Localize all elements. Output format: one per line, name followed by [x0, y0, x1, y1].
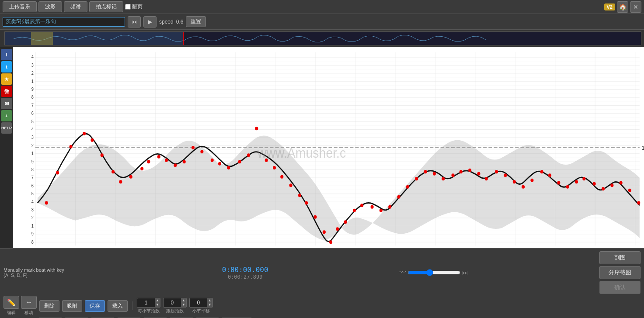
svg-point-137	[313, 215, 317, 219]
svg-point-147	[397, 195, 400, 199]
bar-shift-input[interactable]: ▲ ▼	[189, 298, 213, 308]
beats-per-bar-field[interactable]	[137, 300, 155, 306]
svg-point-119	[157, 155, 160, 159]
svg-point-173	[628, 189, 631, 192]
svg-text:6: 6	[31, 111, 34, 116]
help-icon[interactable]: HELP	[1, 122, 12, 134]
svg-text:41: 41	[353, 248, 358, 248]
social-panel: f t ★ 微 ✉ + HELP	[0, 47, 13, 248]
svg-point-143	[360, 204, 363, 207]
upload-music-btn[interactable]: 上传音乐	[3, 1, 37, 12]
svg-text:6: 6	[74, 248, 77, 248]
svg-point-154	[460, 170, 463, 173]
bar-shift-group: ▲ ▼ 小节平移	[189, 298, 213, 314]
svg-text:2: 2	[31, 71, 34, 76]
svg-point-165	[557, 181, 560, 184]
beats-per-bar-up[interactable]: ▲	[155, 298, 160, 303]
svg-point-139	[329, 240, 332, 244]
chart-area[interactable]: 4 3 2 1 9 8 7 6 5 4 3 2 1 9 8 7 6 5 4 3	[13, 47, 644, 248]
split-btn[interactable]: 分序截图	[599, 266, 641, 279]
beat-spacing-down[interactable]: ▼	[181, 303, 186, 307]
svg-text:46: 46	[393, 248, 397, 248]
svg-point-135	[298, 194, 301, 197]
svg-point-113	[101, 153, 104, 157]
load-btn[interactable]: 载入	[108, 300, 128, 312]
beat-spacing-up[interactable]: ▲	[181, 298, 186, 303]
svg-text:4: 4	[31, 199, 34, 204]
mail-icon[interactable]: ✉	[1, 98, 12, 109]
v2-badge: V2	[604, 3, 615, 10]
manual-mark-text: Manually mark beat with key	[3, 267, 91, 273]
save-btn[interactable]: 保存	[85, 300, 105, 312]
svg-point-144	[371, 205, 374, 209]
bottom-row-1: Manually mark beat with key (A, S, D, F)…	[3, 251, 641, 294]
svg-text:26: 26	[233, 248, 237, 248]
waveform-btn[interactable]: 波形	[38, 1, 62, 12]
svg-point-159	[504, 173, 507, 177]
svg-point-140	[336, 227, 339, 231]
svg-point-172	[620, 181, 623, 184]
chart-wrapper: f t ★ 微 ✉ + HELP	[0, 47, 644, 248]
confirm-btn[interactable]: 确认	[599, 281, 641, 294]
waveform-bar	[0, 30, 644, 47]
frequency-btn[interactable]: 频谱	[64, 1, 87, 12]
svg-point-114	[111, 170, 115, 173]
bar-shift-up[interactable]: ▲	[207, 298, 212, 303]
svg-text:7: 7	[31, 103, 34, 108]
edit-icon-btn[interactable]: ✏️	[3, 296, 19, 309]
song-title-input[interactable]	[3, 17, 125, 27]
beat-spacing-input[interactable]: ▲ ▼	[163, 298, 187, 308]
flip-page-checkbox[interactable]	[125, 4, 131, 10]
flip-page-label: 翻页	[125, 3, 143, 10]
move-icon-btn[interactable]: ↔️	[21, 296, 37, 309]
bar-shift-field[interactable]	[190, 300, 207, 306]
svg-point-171	[610, 183, 613, 187]
svg-point-136	[305, 201, 308, 204]
close-icon-btn[interactable]: ✕	[630, 1, 641, 13]
svg-text:78: 78	[633, 248, 637, 248]
overview-btn[interactable]: 剖图	[599, 251, 641, 264]
svg-text:16: 16	[153, 248, 158, 248]
home-icon-btn[interactable]: 🏠	[617, 1, 628, 13]
waveform-container[interactable]	[4, 31, 641, 45]
absorb-btn[interactable]: 吸附	[62, 300, 82, 312]
second-toolbar: ⏮ ▶ speed 0.6 重置	[0, 14, 644, 30]
bottom-row-2: ✏️ ↔️ 编辑 移动 删除 吸附 保存 载入 ▲ ▼ 每小节拍数	[3, 296, 641, 316]
svg-point-108	[45, 201, 48, 204]
svg-text:www.Amusher.c: www.Amusher.c	[257, 145, 346, 160]
waveform-cursor	[183, 32, 184, 45]
svg-text:8: 8	[31, 167, 34, 173]
svg-text:31: 31	[273, 248, 278, 248]
star-icon[interactable]: ★	[1, 73, 12, 85]
svg-text:9: 9	[31, 87, 34, 92]
svg-point-163	[540, 170, 543, 173]
bar-shift-down[interactable]: ▼	[207, 303, 212, 307]
reset-btn[interactable]: 重置	[186, 16, 206, 27]
svg-point-167	[575, 180, 578, 183]
speed-label: speed	[159, 19, 174, 25]
total-time-display: 0:00:27.899	[222, 274, 268, 280]
svg-point-130	[255, 127, 258, 130]
weibo-icon[interactable]: 微	[1, 86, 12, 97]
prev-btn[interactable]: ⏮	[128, 16, 141, 28]
svg-point-168	[582, 177, 585, 180]
beats-per-bar-down[interactable]: ▼	[155, 303, 160, 307]
svg-text:3: 3	[31, 207, 34, 213]
time-display: 0:00:00.000	[222, 266, 268, 274]
svg-point-156	[477, 172, 480, 176]
svg-text:9: 9	[31, 159, 34, 164]
twitter-icon[interactable]: t	[1, 61, 12, 73]
chart-svg: 4 3 2 1 9 8 7 6 5 4 3 2 1 9 8 7 6 5 4 3	[13, 47, 644, 248]
svg-text:5: 5	[31, 119, 34, 124]
delete-btn[interactable]: 删除	[39, 300, 59, 312]
beat-mark-btn[interactable]: 拍点标记	[89, 1, 123, 12]
svg-point-117	[140, 167, 143, 170]
plus-icon[interactable]: +	[1, 110, 12, 121]
beat-spacing-field[interactable]	[164, 300, 181, 306]
beats-per-bar-input[interactable]: ▲ ▼	[137, 298, 160, 308]
playback-slider[interactable]	[408, 269, 460, 276]
svg-point-161	[522, 185, 525, 189]
facebook-icon[interactable]: f	[1, 49, 12, 60]
svg-text:9: 9	[31, 232, 34, 237]
play-btn[interactable]: ▶	[143, 16, 157, 28]
